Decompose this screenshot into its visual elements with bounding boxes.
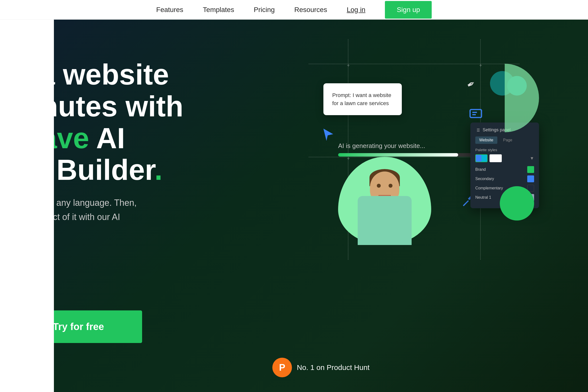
person-image	[348, 162, 422, 245]
hero-title-wave: Wave	[54, 122, 89, 154]
nav-link-pricing[interactable]: Pricing	[254, 6, 275, 14]
eye-left	[377, 184, 381, 188]
palette-options: ▼	[475, 154, 534, 162]
person-body	[358, 196, 412, 245]
hero-title: e a website ninutes with Wave AI ite Bui…	[54, 59, 183, 186]
color-swatch-secondary[interactable]	[527, 176, 534, 182]
nav-link-resources[interactable]: Resources	[294, 6, 327, 14]
color-label-complementary: Complementary	[475, 186, 503, 190]
eye-right	[388, 184, 392, 188]
hero-title-line2: ninutes with	[54, 90, 183, 122]
right-green-half-circle	[505, 64, 539, 132]
right-green-circle	[500, 186, 534, 220]
palette-option-2[interactable]	[490, 154, 502, 162]
cursor-icon	[321, 128, 336, 146]
hero-illustration: + + + + ✒ Prompt: I want a website for a…	[309, 39, 520, 260]
grid-cross-tr: +	[479, 63, 482, 68]
color-label-secondary: Secondary	[475, 177, 494, 181]
color-row-secondary: Secondary	[475, 176, 534, 182]
prompt-card: Prompt: I want a website for a lawn care…	[324, 83, 402, 115]
nav-inner: Features Templates Pricing Resources Log…	[156, 1, 432, 18]
palette-option-1[interactable]	[475, 154, 488, 162]
settings-icon	[475, 128, 480, 132]
product-hunt-text: No. 1 on Product Hunt	[297, 363, 370, 372]
color-label-neutral: Neutral 1	[475, 195, 491, 200]
color-row-brand: Brand	[475, 166, 534, 173]
hero-title-line1: e a website	[54, 58, 169, 91]
product-hunt-icon: P	[272, 358, 292, 377]
nav-signup-button[interactable]: Sign up	[385, 1, 432, 18]
palette-section-title: Palette styles	[475, 148, 534, 152]
dropper-icon: ✒	[465, 77, 478, 91]
settings-tabs: Website Page	[475, 136, 534, 144]
hero-text-block: e a website ninutes with Wave AI ite Bui…	[54, 59, 183, 224]
progress-bar-fill	[338, 153, 458, 156]
product-hunt-badge: P No. 1 on Product Hunt	[272, 358, 370, 377]
navbar: Features Templates Pricing Resources Log…	[0, 0, 588, 20]
cta-try-free-button[interactable]: Try for free	[54, 310, 142, 343]
chat-icon	[469, 108, 483, 125]
svg-rect-0	[470, 110, 482, 118]
hero-title-ai: AI	[89, 122, 125, 154]
color-label-brand: Brand	[475, 167, 486, 172]
grid-cross-tl: +	[347, 63, 350, 68]
nav-link-templates[interactable]: Templates	[203, 6, 234, 14]
person-container	[338, 157, 431, 245]
nav-login-link[interactable]: Log in	[347, 6, 365, 14]
palette-dropdown-arrow[interactable]: ▼	[530, 156, 534, 161]
hero-subtitle: website in any language. Then, very aspe…	[54, 196, 183, 224]
grid-line-h1	[309, 64, 520, 64]
hero-green-dot: .	[154, 154, 162, 186]
settings-tab-page[interactable]: Page	[499, 136, 516, 144]
settings-tab-website[interactable]: Website	[475, 136, 497, 144]
nav-link-features[interactable]: Features	[156, 6, 184, 14]
prompt-text: Prompt: I want a website for a lawn care…	[332, 91, 393, 107]
person-shape	[350, 166, 419, 245]
hero-section: e a website ninutes with Wave AI ite Bui…	[54, 20, 588, 392]
color-swatch-brand[interactable]	[527, 166, 534, 173]
hero-title-builder: ite Builder.	[54, 154, 162, 186]
